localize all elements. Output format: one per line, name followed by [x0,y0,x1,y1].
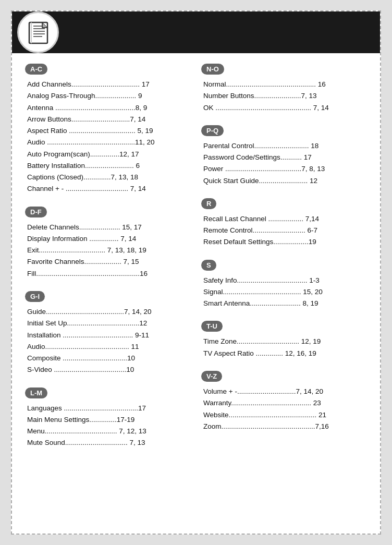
index-item: Analog Pass-Through.....................… [25,90,191,102]
section-badge: S [201,260,216,271]
index-item: Installation ...........................… [25,330,191,341]
index-item: Guide...................................… [25,306,191,318]
svg-rect-1 [31,22,32,43]
section-t-u: T-UTime Zone............................… [201,321,367,359]
index-item: OK .....................................… [201,102,367,114]
section-badge: V-Z [201,371,222,382]
index-item: Number Buttons........................7,… [201,90,367,102]
section-badge: A-C [25,64,47,75]
index-item: Channel + - ............................… [25,183,191,195]
logo-icon [24,18,53,47]
index-item: S-Video ................................… [25,364,191,376]
index-item: Reset Default Settings..................… [201,236,367,248]
index-item: Aspect Ratio ...........................… [25,125,191,137]
index-item: Languages ..............................… [25,403,191,414]
section-badge: D-F [25,207,47,217]
index-item: Menu....................................… [25,426,191,437]
section-d-f: D-FDelete Channels..................... … [25,207,191,280]
index-item: Fill....................................… [25,268,191,280]
index-item: Website.................................… [201,409,367,421]
section-l-m: L-MLanguages ...........................… [25,387,191,449]
section-s: SSafety Info............................… [201,260,367,310]
index-item: Audio...................................… [25,341,191,353]
index-item: Auto Program(scan)...............12, 17 [25,149,191,160]
right-column: N-ONormal...............................… [201,64,367,461]
section-g-i: G-IGuide................................… [25,291,191,376]
index-item: Safety Info.............................… [201,275,367,286]
section-p-q: P-QParental Control.....................… [201,125,367,187]
index-item: TV Aspect Ratio .............. 12, 16, 1… [201,348,367,359]
index-item: Normal..................................… [201,79,367,90]
index-item: Display Information ............... 7, 1… [25,233,191,245]
section-v-z: V-ZVolume + -...........................… [201,371,367,432]
index-item: Initial Set Up..........................… [25,318,191,329]
left-column: A-CAdd Channels.........................… [25,64,191,461]
index-item: Power ..................................… [201,163,367,175]
index-item: Audio ..................................… [25,137,191,148]
index-item: Smart Antenna.......................... … [201,298,367,309]
index-item: Main Menu Settings..............17-19 [25,414,191,426]
index-item: Recall Last Channel .................. 7… [201,213,367,225]
index-item: Quick Start Guide.......................… [201,175,367,187]
index-item: Volume + -..............................… [201,386,367,397]
index-item: Delete Channels..................... 15,… [25,222,191,233]
section-badge: P-Q [201,125,224,136]
index-item: Exit.................................. 7… [25,245,191,256]
svg-marker-7 [42,22,47,28]
index-item: Captions (Closed)..............7, 13, 18 [25,172,191,183]
index-item: Arrow Buttons...........................… [25,114,191,125]
index-item: Favorite Channels................... 7, … [25,256,191,268]
header-bar [370,11,380,53]
page: A-CAdd Channels.........................… [11,10,381,535]
logo [17,11,59,53]
section-a-c: A-CAdd Channels.........................… [25,64,191,195]
section-badge: T-U [201,321,223,332]
section-badge: G-I [25,291,45,302]
index-item: Antenna ................................… [25,102,191,114]
section-n-o: N-ONormal...............................… [201,64,367,114]
index-item: Mute Sound..............................… [25,437,191,449]
index-item: Zoom....................................… [201,421,367,432]
section-badge: L-M [25,387,47,398]
index-item: Remote Control..........................… [201,225,367,236]
index-item: Battery Installation....................… [25,160,191,172]
index-item: Warranty................................… [201,397,367,409]
section-badge: N-O [201,64,224,75]
index-content: A-CAdd Channels.........................… [12,53,380,471]
section-badge: R [201,198,216,209]
index-item: Password Code/Settings........... 17 [201,152,367,163]
index-item: Time Zone...............................… [201,336,367,347]
index-item: Parental Control........................… [201,140,367,152]
section-r: RRecall Last Channel .................. … [201,198,367,248]
header [12,11,380,53]
index-item: Composite ..............................… [25,353,191,364]
index-item: Add Channels............................… [25,79,191,90]
index-item: Signal..................................… [201,286,367,298]
